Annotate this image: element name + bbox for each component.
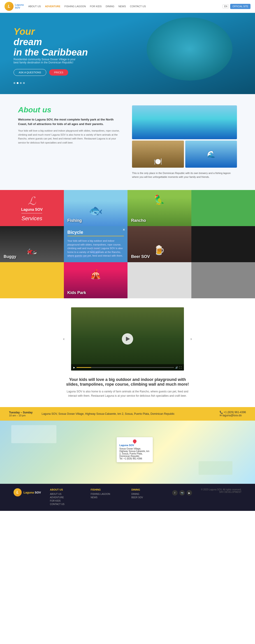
video-text-block: Your kids will love a big outdoor and in…: [64, 377, 191, 398]
service-fishing[interactable]: 🐟 Fishing: [64, 190, 128, 226]
service-kids[interactable]: 🎪 Kids Park: [64, 262, 128, 298]
official-site-button[interactable]: OFFICIAL SITE: [230, 4, 250, 9]
about-left: About us Welcome to Laguna SOV, the most…: [18, 106, 123, 147]
play-control-icon[interactable]: ▶: [73, 366, 75, 369]
popup-close-button[interactable]: ✕: [122, 228, 125, 232]
video-outer: ‹ ▶ 🔊 ⛶ ›: [71, 307, 184, 370]
kids-icon: 🎪: [90, 269, 101, 280]
footer-link-fishing[interactable]: FISHING LAGOON: [91, 493, 122, 495]
logo-text: Laguna SOV: [15, 4, 24, 9]
fullscreen-icon[interactable]: ⛶: [180, 366, 182, 369]
dot-2[interactable]: [17, 82, 18, 84]
footer-link-kids[interactable]: FOR KIDS: [50, 500, 82, 502]
copyright-text: © 2023 Laguna SOV. All rights reserved.: [201, 488, 242, 491]
service-empty: [191, 226, 255, 262]
about-image-top: [132, 106, 237, 139]
nav-news[interactable]: NEWS: [118, 5, 126, 8]
footer-link-news[interactable]: NEWS: [91, 496, 122, 499]
video-player[interactable]: ▶ 🔊 ⛶: [71, 307, 184, 370]
about-intro: Welcome to Laguna SOV, the most complete…: [18, 117, 123, 126]
buggy-icon: 🏍️: [26, 245, 38, 256]
footer-nav-about: ABOUT US ABOUT US ADVENTURE FOR KIDS CON…: [50, 488, 82, 506]
about-section: About us Welcome to Laguna SOV, the most…: [0, 94, 255, 190]
nav-fishing[interactable]: FISHING LAGOON: [64, 5, 86, 8]
popup-title: Bicycle: [68, 230, 124, 236]
beer-label: Beer SOV: [131, 254, 150, 259]
map-background: Laguna SOV Sosua Ocean Village, Highway …: [0, 420, 255, 484]
nav-contact[interactable]: CONTACT US: [130, 5, 146, 8]
service-beer[interactable]: 🍺 Beer SOV: [128, 226, 191, 262]
progress-bar[interactable]: [76, 367, 174, 368]
operating-hours: 10 am – 10 pm: [9, 414, 32, 417]
popup-text: Your kids will love a big outdoor and in…: [68, 239, 124, 258]
service-yellow-block: [0, 262, 64, 298]
about-image-terrace: 🍽️: [132, 140, 184, 168]
footer-nav-dining: DINING DINING BEER SOV: [131, 488, 163, 500]
beer-icon: 🍺: [154, 245, 165, 256]
volume-icon[interactable]: 🔊: [175, 366, 178, 369]
map-popup-phone: Tel: +1 (829) 961-4396: [120, 458, 142, 460]
nav-adventure[interactable]: ADVENTURE: [45, 5, 60, 8]
footer-link-contact[interactable]: CONTACT US: [50, 503, 82, 506]
facebook-icon[interactable]: f: [172, 490, 178, 496]
bottom-footer: L Laguna SOV ABOUT US ABOUT US ADVENTURE…: [0, 484, 255, 511]
logo-icon: L: [4, 2, 14, 11]
progress-fill: [76, 367, 91, 368]
dot-3[interactable]: [20, 82, 22, 84]
footer-social: f 📷 ▶: [172, 490, 192, 496]
dot-4[interactable]: [23, 82, 25, 84]
fish-icon: 🐟: [89, 204, 103, 217]
ask-questions-button[interactable]: ASK A QUESTIONS: [14, 69, 46, 76]
phone-number[interactable]: 📞 +1 (829) 961-4396: [220, 411, 246, 414]
rancho-label: Rancho: [131, 218, 146, 223]
bird-icon: 🦜: [154, 194, 165, 205]
video-next-button[interactable]: ›: [187, 335, 195, 343]
footer-link-dining[interactable]: DINING: [131, 493, 163, 495]
footer-info-bar: Tuesday – Sunday 10 am – 10 pm Laguna SO…: [0, 407, 255, 420]
nav-dining[interactable]: DINING: [106, 5, 114, 8]
footer-nav-fishing: FISHING FISHING LAGOON NEWS: [91, 488, 122, 500]
services-logo-icon: ℒ: [28, 194, 36, 208]
operating-days: Tuesday – Sunday: [9, 411, 32, 414]
buggy-label: Buggy: [4, 254, 16, 259]
service-buggy[interactable]: 🏍️ Buggy: [0, 226, 64, 262]
services-logo-name: Laguna SOV: [21, 208, 43, 212]
service-green-block: [191, 190, 255, 226]
footer-link-adventure[interactable]: ADVENTURE: [50, 496, 82, 499]
nav-links: ABOUT US ADVENTURE FISHING LAGOON FOR KI…: [28, 5, 222, 8]
about-title: About us: [18, 106, 123, 114]
footer-col2-title: FISHING: [91, 488, 122, 491]
about-body2: This is the only place in the Dominican …: [132, 171, 237, 179]
play-button[interactable]: [122, 333, 133, 344]
service-restaurant[interactable]: ✕ Bicycle Your kids will love a big outd…: [64, 226, 128, 262]
video-description: Laguna SOV is also home to a variety of …: [64, 390, 191, 398]
prices-button[interactable]: PRICES: [49, 69, 68, 76]
dot-1[interactable]: [14, 82, 15, 84]
navbar: L Laguna SOV ABOUT US ADVENTURE FISHING …: [0, 0, 255, 13]
map-section[interactable]: Laguna SOV Sosua Ocean Village, Highway …: [0, 420, 255, 484]
footer-link-beer[interactable]: BEER SOV: [131, 496, 163, 499]
email-address[interactable]: ✉ laguna@losv.do: [220, 414, 246, 417]
footer-link-about[interactable]: ABOUT US: [50, 493, 82, 495]
lang-button[interactable]: EN: [222, 4, 229, 8]
site-logo[interactable]: L Laguna SOV: [4, 2, 24, 11]
services-grid: ℒ Laguna SOV Services 🐟 Fishing 🦜 Rancho…: [0, 190, 255, 298]
nav-kids[interactable]: FOR KIDS: [90, 5, 102, 8]
services-section: ℒ Laguna SOV Services 🐟 Fishing 🦜 Rancho…: [0, 190, 255, 298]
play-icon: [126, 337, 130, 341]
service-popup: ✕ Bicycle Your kids will love a big outd…: [64, 226, 128, 262]
developer-text: SRV DEVELOPMENT: [201, 491, 242, 493]
service-rancho[interactable]: 🦜 Rancho: [128, 190, 191, 226]
kids-label: Kids Park: [68, 290, 86, 295]
youtube-icon[interactable]: ▶: [186, 490, 192, 496]
hero-description: Residential community Sosua Ocean Villag…: [14, 58, 77, 64]
footer-logo-text: Laguna SOV: [24, 491, 41, 494]
hero-section: Your dream in the Caribbean Residential …: [0, 13, 255, 94]
instagram-icon[interactable]: 📷: [180, 490, 185, 496]
footer-logo[interactable]: L Laguna SOV: [14, 488, 41, 496]
nav-right: EN OFFICIAL SITE: [222, 4, 250, 9]
nav-about[interactable]: ABOUT US: [28, 5, 41, 8]
video-controls: ▶ 🔊 ⛶: [71, 364, 184, 370]
video-prev-button[interactable]: ‹: [60, 335, 68, 343]
hero-title: Your dream in the Caribbean: [14, 26, 242, 58]
